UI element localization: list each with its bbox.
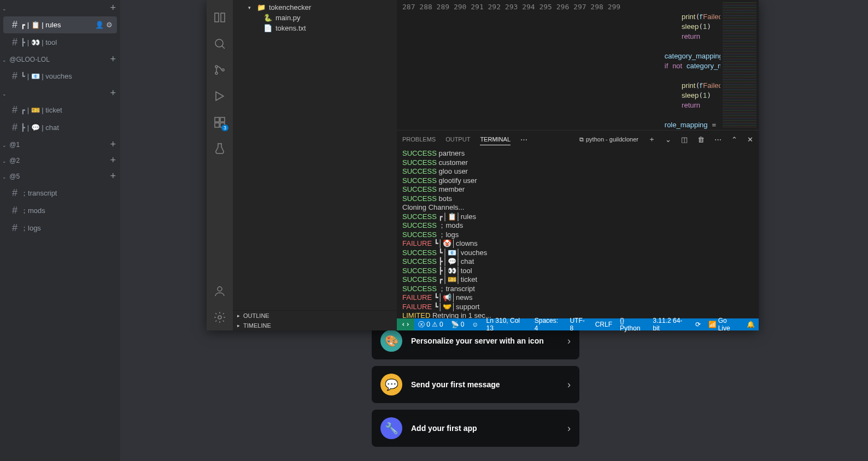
category-gloo[interactable]: ⌄ @GLOO-LOL+: [0, 51, 120, 67]
accounts-icon[interactable]: [207, 278, 233, 304]
terminal-line: SUCCESS ┣│💬│chat: [402, 257, 753, 267]
status-interpreter[interactable]: 3.11.2 64-bit: [649, 317, 691, 332]
card-first-message[interactable]: 💬Send your first message›: [372, 366, 579, 403]
status-bar: ⓧ 0 ⚠ 0 📡 0 ☺ Ln 310, Col 13 Spaces: 4 U…: [397, 318, 759, 330]
minimap[interactable]: [720, 0, 759, 130]
svg-rect-1: [221, 13, 225, 22]
status-ports[interactable]: 📡 0: [447, 321, 468, 328]
file-main-py[interactable]: 🐍main.py: [233, 13, 397, 23]
chevron-right-icon: ›: [567, 379, 571, 391]
svg-point-11: [218, 316, 221, 319]
kill-terminal-icon[interactable]: 🗑: [697, 135, 705, 144]
terminal-line: FAILURE ┗│🤝│support: [402, 303, 753, 312]
svg-point-4: [215, 72, 218, 74]
maximize-panel-icon[interactable]: ⌃: [731, 135, 737, 144]
code-content[interactable]: print(f'Failed to fetch categories and c…: [630, 0, 720, 130]
terminal-line: SUCCESS ；mods: [402, 221, 753, 230]
extensions-icon[interactable]: 3: [207, 109, 233, 135]
explorer-sections: ▸OUTLINE ▸TIMELINE: [233, 310, 397, 330]
channel-ticket[interactable]: #┏ | 🎫 | ticket: [3, 102, 117, 119]
terminal-line: SUCCESS ┏│🎫│ticket: [402, 275, 753, 285]
channel-logs[interactable]: #；logs: [3, 220, 117, 237]
add-channel-icon[interactable]: +: [110, 170, 116, 182]
channel-label: ；logs: [21, 223, 41, 233]
panel-more-icon[interactable]: ⋯: [520, 135, 527, 144]
add-channel-icon[interactable]: +: [110, 155, 116, 166]
terminal-line: SUCCESS ；logs: [402, 230, 753, 240]
close-panel-icon[interactable]: ✕: [747, 135, 753, 144]
add-channel-icon[interactable]: +: [110, 139, 116, 150]
channel-transcript[interactable]: #；transcript: [3, 185, 117, 202]
category-ticketcat[interactable]: ⌄ +: [0, 85, 120, 101]
search-icon[interactable]: [207, 31, 233, 57]
svg-point-3: [215, 66, 218, 68]
tab-output[interactable]: OUTPUT: [445, 134, 470, 145]
invite-icon[interactable]: 👤: [95, 21, 104, 29]
editor-area: 287 288 289 290 291 292 293 294 295 296 …: [397, 0, 759, 330]
run-debug-icon[interactable]: [207, 83, 233, 109]
add-channel-icon[interactable]: +: [110, 87, 116, 99]
channel-mods[interactable]: #；mods: [3, 202, 117, 219]
chevron-down-icon[interactable]: ⌄: [665, 135, 671, 144]
channel-rules[interactable]: #┏ | 📋 | rules👤⚙: [3, 16, 117, 33]
panel-tabs: PROBLEMS OUTPUT TERMINAL ⋯ ⧉ python - gu…: [397, 131, 759, 148]
status-golive[interactable]: 📶 Go Live: [705, 317, 743, 332]
hash-icon: #: [12, 70, 17, 82]
category-code[interactable]: ⌄ +: [0, 0, 120, 16]
terminal-line: SUCCESS ┗│📧│vouches: [402, 249, 753, 258]
hash-icon: #: [12, 222, 17, 234]
category-c1[interactable]: ⌄ @1+: [0, 137, 120, 152]
chevron-down-icon: ⌄: [2, 174, 7, 180]
panel-more-2-icon[interactable]: ⋯: [714, 135, 722, 144]
source-control-icon[interactable]: [207, 57, 233, 83]
channel-chat[interactable]: #┣ | 💬 | chat: [3, 119, 117, 136]
remote-indicator[interactable]: [397, 318, 414, 330]
new-terminal-icon[interactable]: ＋: [648, 134, 655, 144]
channel-tool[interactable]: #┣ | 👀 | tool: [3, 34, 117, 51]
testing-icon[interactable]: [207, 135, 233, 162]
category-c2[interactable]: ⌄ @2+: [0, 152, 120, 168]
status-errors[interactable]: ⓧ 0 ⚠ 0: [414, 320, 447, 329]
outline-section[interactable]: ▸OUTLINE: [233, 311, 397, 321]
gear-icon[interactable]: ⚙: [106, 21, 113, 29]
split-terminal-icon[interactable]: ◫: [681, 135, 688, 144]
terminal-line: SUCCESS ┣│👀│tool: [402, 267, 753, 276]
tab-terminal[interactable]: TERMINAL: [480, 134, 511, 145]
add-channel-icon[interactable]: +: [110, 54, 116, 65]
folder-tokenchecker[interactable]: ▾ 📁 tokenchecker: [233, 2, 397, 13]
terminal-line: SUCCESS member: [402, 185, 753, 194]
status-cursor[interactable]: Ln 310, Col 13: [483, 317, 531, 332]
add-channel-icon[interactable]: +: [110, 2, 116, 14]
timeline-section[interactable]: ▸TIMELINE: [233, 321, 397, 330]
status-feedback-icon[interactable]: ☺: [468, 321, 482, 328]
file-tokens-txt[interactable]: 📄tokens.txt: [233, 23, 397, 33]
channel-vouches[interactable]: #┗ | 📧 | vouches: [3, 68, 117, 85]
file-label: tokens.txt: [275, 24, 306, 32]
card-icon: 💬: [380, 374, 402, 395]
channel-label: ┏ | 🎫 | ticket: [21, 106, 62, 114]
chevron-right-icon: ▸: [237, 313, 240, 318]
status-spaces[interactable]: Spaces: 4: [531, 317, 566, 332]
status-sync-icon[interactable]: ⟳: [691, 321, 705, 328]
terminal-output[interactable]: SUCCESS partnersSUCCESS customerSUCCESS …: [397, 148, 759, 318]
terminal-line: SUCCESS customer: [402, 158, 753, 168]
status-eol[interactable]: CRLF: [591, 321, 616, 328]
card-icon: 🔧: [380, 417, 402, 439]
hash-icon: #: [12, 19, 17, 31]
tab-problems[interactable]: PROBLEMS: [402, 134, 436, 145]
hash-icon: #: [12, 187, 17, 199]
svg-point-2: [215, 39, 223, 47]
status-bell-icon[interactable]: 🔔: [743, 321, 759, 328]
explorer-icon[interactable]: [207, 4, 233, 31]
chevron-down-icon: ⌄: [2, 158, 7, 164]
code-editor[interactable]: 287 288 289 290 291 292 293 294 295 296 …: [397, 0, 759, 130]
settings-gear-icon[interactable]: [207, 304, 233, 330]
status-encoding[interactable]: UTF-8: [566, 317, 591, 332]
terminal-process[interactable]: ⧉ python - guildcloner: [579, 136, 638, 143]
chevron-down-icon: ▾: [248, 5, 254, 10]
card-first-app[interactable]: 🔧Add your first app›: [372, 410, 579, 447]
status-language[interactable]: {} Python: [616, 317, 649, 332]
category-c5[interactable]: ⌄ @5+: [0, 168, 120, 184]
svg-point-5: [222, 69, 224, 71]
hash-icon: #: [12, 205, 17, 216]
